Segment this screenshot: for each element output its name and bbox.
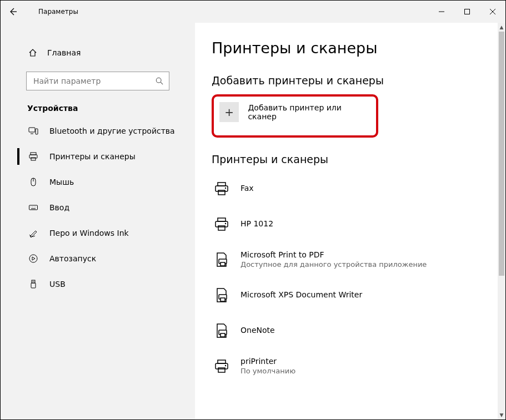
back-button[interactable] — [8, 7, 26, 16]
svg-rect-4 — [31, 153, 36, 155]
list-item[interactable]: Microsoft Print to PDF Доступное для дан… — [212, 244, 489, 280]
search-box[interactable] — [26, 72, 169, 90]
sidebar: Главная Устройства Bluetooth и другие ус… — [1, 23, 195, 419]
scroll-up-icon[interactable]: ▲ — [498, 23, 505, 32]
printer-sub: По умолчанию — [241, 367, 295, 375]
usb-icon — [28, 279, 38, 289]
svg-rect-8 — [29, 205, 38, 210]
svg-rect-26 — [218, 360, 226, 363]
window-controls — [429, 1, 505, 23]
page-title: Принтеры и сканеры — [212, 39, 489, 57]
printer-icon — [212, 179, 232, 199]
scrollbar[interactable]: ▲ ▼ — [498, 23, 505, 419]
printer-icon — [28, 151, 38, 161]
search-input[interactable] — [32, 76, 156, 86]
svg-rect-18 — [218, 226, 225, 230]
svg-rect-2 — [29, 128, 35, 132]
sidebar-item-label: Принтеры и сканеры — [49, 152, 136, 161]
printers-section-heading: Принтеры и сканеры — [212, 153, 489, 165]
arrow-left-icon — [8, 7, 17, 16]
printer-list: Fax HP 1012 Microsoft Print to PDF Досту… — [212, 173, 489, 386]
sidebar-item-label: Перо и Windows Ink — [49, 229, 129, 237]
svg-rect-21 — [221, 262, 225, 266]
svg-point-19 — [225, 223, 226, 224]
list-item[interactable]: Fax — [212, 173, 489, 209]
svg-rect-3 — [36, 129, 38, 134]
sidebar-section-label: Устройства — [1, 95, 195, 118]
svg-rect-16 — [218, 218, 226, 221]
main-content: Принтеры и сканеры Добавить принтеры и с… — [195, 23, 505, 419]
sidebar-home-label: Главная — [47, 48, 81, 57]
printer-name: priPrinter — [241, 357, 277, 366]
document-printer-icon — [212, 285, 232, 305]
svg-rect-25 — [221, 333, 225, 337]
sidebar-item-mouse[interactable]: Мышь — [1, 169, 195, 195]
printer-icon — [212, 356, 232, 376]
list-item[interactable]: OneNote — [212, 315, 489, 351]
document-printer-icon — [212, 321, 232, 341]
minimize-button[interactable] — [429, 1, 454, 23]
plus-icon: + — [219, 102, 239, 122]
search-icon — [156, 77, 163, 85]
home-icon — [28, 48, 37, 57]
sidebar-item-label: Bluetooth и другие устройства — [49, 126, 175, 135]
svg-rect-10 — [32, 280, 35, 283]
sidebar-item-label: Автозапуск — [49, 254, 96, 263]
add-section-heading: Добавить принтеры и сканеры — [212, 74, 489, 87]
printer-name: HP 1012 — [241, 219, 273, 228]
sidebar-item-typing[interactable]: Ввод — [1, 195, 195, 220]
close-button[interactable] — [480, 1, 505, 23]
svg-rect-12 — [218, 183, 226, 186]
sidebar-item-label: Ввод — [49, 203, 69, 212]
svg-rect-28 — [218, 368, 225, 372]
window-title: Параметры — [38, 8, 78, 16]
printer-sub: Доступное для данного устройства приложе… — [241, 260, 427, 269]
sidebar-item-autoplay[interactable]: Автозапуск — [1, 246, 195, 271]
sidebar-item-label: Мышь — [49, 178, 74, 186]
scroll-down-icon[interactable]: ▼ — [498, 411, 505, 419]
svg-rect-23 — [221, 298, 225, 301]
list-item[interactable]: HP 1012 — [212, 209, 489, 244]
printer-name: Microsoft Print to PDF — [241, 250, 324, 259]
printer-name: Fax — [241, 184, 254, 193]
pen-icon — [28, 228, 38, 238]
add-printer-highlight: + Добавить принтер или сканер — [212, 94, 378, 138]
sidebar-item-label: USB — [49, 280, 66, 289]
printer-name: OneNote — [241, 326, 275, 335]
svg-point-29 — [225, 365, 226, 366]
devices-icon — [28, 126, 38, 136]
sidebar-item-bluetooth[interactable]: Bluetooth и другие устройства — [1, 118, 195, 144]
close-icon — [490, 9, 495, 14]
sidebar-home[interactable]: Главная — [1, 42, 195, 64]
scrollbar-thumb[interactable] — [499, 32, 504, 276]
maximize-button[interactable] — [454, 1, 480, 23]
add-printer-button[interactable]: + Добавить принтер или сканер — [219, 102, 370, 122]
maximize-icon — [464, 9, 470, 14]
svg-rect-14 — [218, 190, 225, 195]
keyboard-icon — [28, 203, 38, 212]
svg-point-9 — [29, 255, 37, 262]
add-printer-label: Добавить принтер или сканер — [248, 103, 370, 121]
printer-icon — [212, 214, 232, 234]
list-item[interactable]: priPrinter По умолчанию — [212, 351, 489, 386]
svg-rect-11 — [31, 283, 36, 288]
minimize-icon — [439, 9, 444, 14]
svg-point-15 — [225, 188, 226, 189]
svg-rect-0 — [465, 9, 470, 14]
svg-point-1 — [156, 78, 161, 83]
sidebar-item-usb[interactable]: USB — [1, 271, 195, 297]
sidebar-item-pen[interactable]: Перо и Windows Ink — [1, 220, 195, 246]
mouse-icon — [28, 177, 38, 187]
document-printer-icon — [212, 250, 232, 270]
printer-name: Microsoft XPS Document Writer — [241, 290, 362, 299]
list-item[interactable]: Microsoft XPS Document Writer — [212, 280, 489, 315]
sidebar-item-printers[interactable]: Принтеры и сканеры — [1, 144, 195, 169]
autoplay-icon — [28, 254, 38, 264]
